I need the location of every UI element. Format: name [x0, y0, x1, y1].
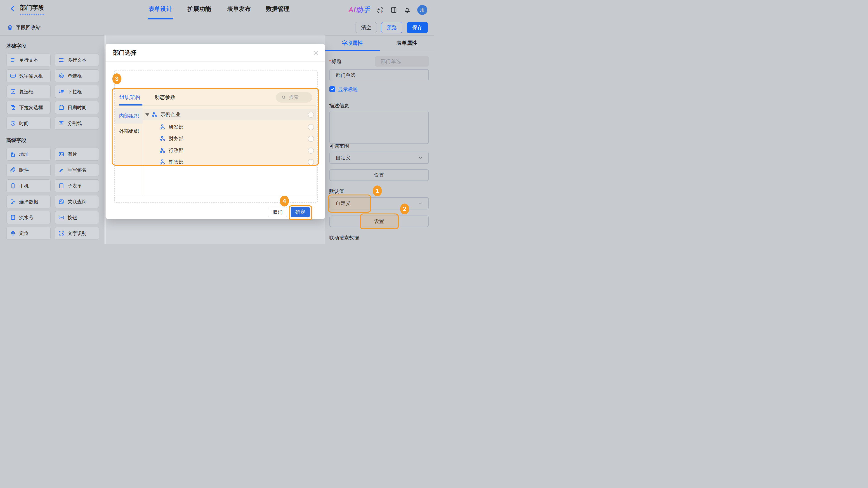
- field-type-datetime[interactable]: 日期时间: [55, 101, 99, 114]
- clear-button[interactable]: 清空: [355, 22, 377, 33]
- description-label: 描述信息: [329, 102, 349, 109]
- tab-extensions[interactable]: 扩展功能: [186, 0, 212, 18]
- ai-assistant-logo[interactable]: AI助手: [348, 5, 370, 15]
- show-title-checkbox[interactable]: [329, 86, 335, 92]
- tree-item-admin-dept[interactable]: 行政部: [143, 144, 316, 156]
- dropdown-icon: [58, 89, 64, 95]
- field-type-subform[interactable]: 子表单: [55, 180, 99, 192]
- journal-icon[interactable]: [390, 6, 397, 13]
- default-value-select[interactable]: 自定义: [329, 197, 429, 209]
- radio-company[interactable]: [308, 111, 314, 118]
- default-value-label: 默认值: [329, 188, 344, 195]
- tree-item-company[interactable]: 示例企业: [143, 109, 316, 121]
- chevron-down-icon: [417, 200, 423, 206]
- field-type-ocr[interactable]: 文字识别: [55, 227, 99, 240]
- label-text: 标题: [332, 59, 342, 64]
- org-icon: [159, 136, 165, 142]
- title-ghost-value[interactable]: 部门单选: [375, 56, 429, 67]
- tab-form-properties[interactable]: 表单属性: [380, 35, 434, 51]
- close-icon[interactable]: [313, 49, 319, 56]
- field-label: 子表单: [68, 183, 82, 189]
- tab-form-publish[interactable]: 表单发布: [226, 0, 252, 18]
- search-box-icon: [58, 199, 64, 205]
- field-label: 关联查询: [68, 199, 87, 205]
- field-type-location[interactable]: 定位: [6, 227, 51, 240]
- field-type-number-input[interactable]: 数字输入框: [6, 69, 51, 82]
- tab-dynamic-params[interactable]: 动态参数: [155, 89, 176, 105]
- field-type-lookup[interactable]: 关联查询: [55, 195, 99, 208]
- tree-item-label: 行政部: [168, 147, 184, 154]
- translate-icon[interactable]: [377, 6, 384, 13]
- radio-finance-dept[interactable]: [308, 136, 314, 142]
- tree-item-finance-dept[interactable]: 财务部: [143, 133, 316, 144]
- department-selector-widget: 组织架构 动态参数 内部组织 外部组织 示例企业: [115, 89, 316, 196]
- category-external-org[interactable]: 外部组织: [115, 124, 143, 139]
- org-icon: [151, 111, 157, 118]
- link-icon: [10, 199, 16, 205]
- field-type-address[interactable]: 地址: [6, 148, 51, 161]
- form-designer-app: 部门字段 表单设计 扩展功能 表单发布 数据管理 AI助手 用 字段回收站 清空…: [0, 0, 434, 244]
- nav-right: AI助手 用: [348, 0, 427, 20]
- range-select[interactable]: 自定义: [329, 152, 429, 164]
- confirm-button[interactable]: 确定: [291, 207, 310, 217]
- field-type-multi-line-text[interactable]: 多行文本: [55, 54, 99, 66]
- field-type-button[interactable]: 按钮: [55, 211, 99, 224]
- field-label: 下拉复选框: [19, 104, 43, 111]
- preview-button[interactable]: 预览: [381, 22, 402, 33]
- field-type-dropdown-multi[interactable]: 下拉复选框: [6, 101, 51, 114]
- field-label: 附件: [19, 167, 29, 173]
- field-type-time[interactable]: 时间: [6, 117, 51, 130]
- designer-toolbar: 字段回收站 清空 预览 保存: [0, 20, 434, 36]
- field-type-phone[interactable]: 手机: [6, 180, 51, 192]
- radio-rd-dept[interactable]: [308, 124, 314, 130]
- top-nav: 部门字段 表单设计 扩展功能 表单发布 数据管理 AI助手 用: [0, 0, 434, 20]
- basic-fields-grid: 单行文本 多行文本 数字输入框 单选框 复选框 下拉框 下拉复选框 日期时间 时…: [6, 54, 104, 130]
- category-internal-org[interactable]: 内部组织: [115, 108, 143, 124]
- document-icon: [58, 183, 64, 189]
- field-type-signature[interactable]: 手写签名: [55, 164, 99, 176]
- calendar-icon: [58, 104, 64, 110]
- default-set-button[interactable]: 设置: [329, 216, 429, 227]
- tree-item-sales-dept[interactable]: 销售部: [143, 156, 316, 168]
- field-type-serial-number[interactable]: 流水号: [6, 211, 51, 224]
- caret-down-icon[interactable]: [145, 113, 149, 116]
- field-label: 复选框: [19, 89, 33, 95]
- tab-form-design[interactable]: 表单设计: [148, 0, 173, 18]
- field-type-select-data[interactable]: 选择数据: [6, 195, 51, 208]
- divider-icon: [58, 120, 64, 126]
- field-type-attachment[interactable]: 附件: [6, 164, 51, 176]
- save-button[interactable]: 保存: [407, 22, 428, 33]
- search-input[interactable]: [289, 94, 310, 100]
- chevron-down-icon: [417, 155, 423, 161]
- default-select-value: 自定义: [336, 200, 350, 207]
- properties-tabs: 字段属性 表单属性: [325, 35, 434, 51]
- tab-field-properties[interactable]: 字段属性: [325, 35, 380, 51]
- field-type-radio[interactable]: 单选框: [55, 69, 99, 82]
- tab-org-structure[interactable]: 组织架构: [119, 89, 143, 105]
- back-icon[interactable]: [9, 5, 16, 12]
- description-textarea[interactable]: [329, 111, 429, 144]
- title-field-label: *标题: [329, 56, 342, 67]
- field-type-divider[interactable]: 分割线: [55, 117, 99, 130]
- cancel-button[interactable]: 取消: [268, 207, 287, 217]
- notebook-icon: [10, 215, 16, 221]
- avatar[interactable]: 用: [417, 5, 427, 15]
- number-input-icon: [10, 73, 16, 79]
- properties-panel: 字段属性 表单属性 *标题 部门单选 显示标题 描述信息 可选范围 自定义 设置…: [325, 35, 434, 244]
- range-set-button[interactable]: 设置: [329, 169, 429, 181]
- title-input[interactable]: [329, 69, 429, 81]
- tab-data-management[interactable]: 数据管理: [265, 0, 290, 18]
- field-label: 选择数据: [19, 199, 38, 205]
- radio-sales-dept[interactable]: [308, 159, 314, 165]
- org-search[interactable]: [276, 92, 312, 103]
- org-icon: [159, 124, 165, 130]
- field-type-single-line-text[interactable]: 单行文本: [6, 54, 51, 66]
- bell-icon[interactable]: [404, 6, 411, 13]
- tree-item-rd-dept[interactable]: 研发部: [143, 121, 316, 133]
- field-type-checkbox[interactable]: 复选框: [6, 85, 51, 98]
- field-recycle-bin[interactable]: 字段回收站: [7, 20, 41, 35]
- checkbox-icon: [10, 89, 16, 95]
- field-type-image[interactable]: 图片: [55, 148, 99, 161]
- radio-admin-dept[interactable]: [308, 148, 314, 154]
- field-type-dropdown[interactable]: 下拉框: [55, 85, 99, 98]
